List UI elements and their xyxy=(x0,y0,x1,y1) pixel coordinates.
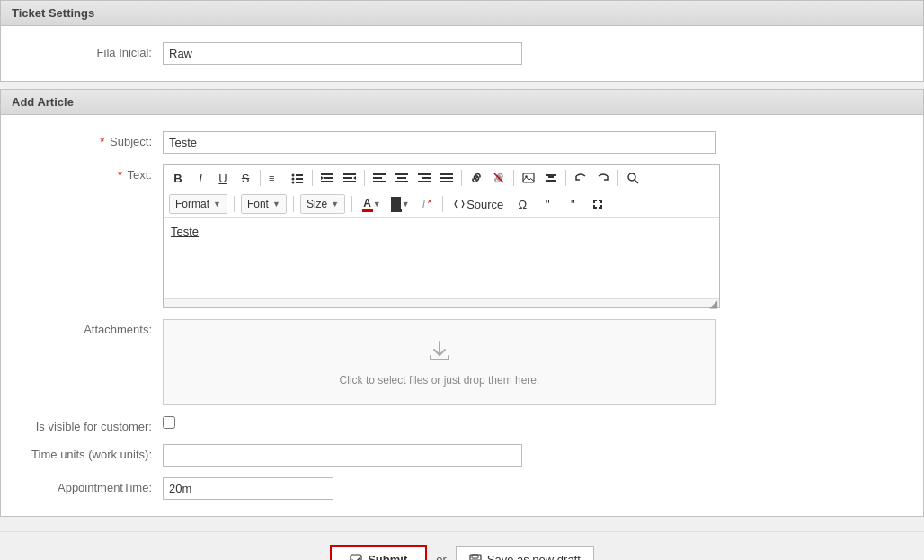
ticket-settings-body: Fila Inicial: xyxy=(0,25,924,82)
visible-checkbox[interactable] xyxy=(163,416,175,429)
unordered-list-button[interactable] xyxy=(287,168,308,188)
editor-body[interactable]: Teste xyxy=(164,218,719,298)
resize-handle-icon[interactable]: ◢ xyxy=(709,298,717,310)
align-left-button[interactable] xyxy=(369,168,390,188)
quote-close-button[interactable]: " xyxy=(562,194,583,214)
clear-format-button[interactable]: T × xyxy=(416,194,436,214)
align-center-button[interactable] xyxy=(391,168,413,188)
subject-row: * Subject: xyxy=(1,126,923,159)
subject-input[interactable] xyxy=(163,131,716,154)
svg-rect-20 xyxy=(395,181,408,182)
sep4 xyxy=(461,170,462,186)
svg-rect-17 xyxy=(373,181,386,182)
source-button[interactable]: Source xyxy=(449,194,508,214)
svg-rect-15 xyxy=(373,173,386,175)
appointment-control xyxy=(163,477,720,500)
svg-line-34 xyxy=(635,180,638,183)
align-justify-button[interactable] xyxy=(436,168,458,188)
svg-point-33 xyxy=(628,173,635,181)
bg-color-button[interactable]: A ▼ xyxy=(387,194,413,214)
text-control: B I U S ≡ xyxy=(163,164,720,308)
visible-label: Is visible for customer: xyxy=(1,416,163,433)
svg-rect-21 xyxy=(418,173,431,175)
subject-required-star: * xyxy=(100,135,104,148)
draft-icon xyxy=(469,554,482,561)
svg-rect-31 xyxy=(546,180,556,182)
save-draft-button[interactable]: Save as new draft xyxy=(456,546,594,560)
svg-rect-9 xyxy=(321,181,333,182)
undo-button[interactable] xyxy=(570,168,591,188)
svg-rect-6 xyxy=(296,182,303,183)
svg-point-5 xyxy=(292,182,295,184)
fila-label: Fila Inicial: xyxy=(1,42,163,59)
attachment-dropzone[interactable]: Click to select files or just drop them … xyxy=(163,319,716,405)
size-dropdown[interactable]: Size ▼ xyxy=(300,194,345,214)
attachments-label: Attachments: xyxy=(1,319,163,336)
strike-button[interactable]: S xyxy=(235,168,256,188)
add-article-section: Add Article * Subject: * Text: xyxy=(0,89,924,524)
svg-rect-18 xyxy=(395,173,408,175)
submit-icon xyxy=(350,554,362,561)
format-dropdown[interactable]: Format ▼ xyxy=(169,194,227,214)
indent-right-button[interactable] xyxy=(339,168,360,188)
subject-control xyxy=(163,131,720,154)
sep9 xyxy=(293,196,294,212)
sep7 xyxy=(617,170,618,186)
svg-marker-10 xyxy=(321,176,324,180)
rich-text-editor: B I U S ≡ xyxy=(163,164,720,308)
ordered-list-button[interactable]: ≡ xyxy=(264,168,286,188)
editor-content: Teste xyxy=(171,225,199,238)
special-chars-button[interactable]: Ω xyxy=(511,194,533,214)
sep11 xyxy=(442,196,443,212)
visible-control xyxy=(163,416,720,429)
footer-bar: Submit or Save as new draft xyxy=(0,531,924,560)
bold-button[interactable]: B xyxy=(167,168,189,188)
indent-left-button[interactable] xyxy=(316,168,338,188)
fila-row: Fila Inicial: xyxy=(1,37,923,70)
appointment-input[interactable] xyxy=(163,477,333,500)
toolbar-row2: Format ▼ Font ▼ Size ▼ xyxy=(164,191,719,218)
unlink-button[interactable] xyxy=(488,168,510,188)
underline-button[interactable]: U xyxy=(212,168,234,188)
add-article-body: * Subject: * Text: B xyxy=(0,114,924,517)
font-color-button[interactable]: A ▼ xyxy=(359,194,384,214)
appointment-label: AppointmentTime: xyxy=(1,477,163,494)
size-arrow-icon: ▼ xyxy=(331,200,339,209)
svg-rect-8 xyxy=(324,177,333,179)
svg-rect-28 xyxy=(523,173,534,182)
font-dropdown[interactable]: Font ▼ xyxy=(241,194,287,214)
svg-rect-30 xyxy=(546,174,556,176)
hr-button[interactable] xyxy=(540,168,562,188)
attachments-row: Attachments: Click to select files or ju… xyxy=(1,314,923,411)
redo-button[interactable] xyxy=(592,168,614,188)
attachments-control: Click to select files or just drop them … xyxy=(163,319,720,405)
ticket-settings-section: Ticket Settings Fila Inicial: xyxy=(0,0,924,89)
add-article-header: Add Article xyxy=(0,89,924,114)
align-right-button[interactable] xyxy=(413,168,435,188)
quote-open-button[interactable]: " xyxy=(537,194,558,214)
subject-label: * Subject: xyxy=(1,131,163,148)
find-button[interactable] xyxy=(622,168,644,188)
expand-button[interactable] xyxy=(587,194,609,214)
svg-rect-26 xyxy=(440,181,453,182)
svg-rect-22 xyxy=(422,177,431,179)
time-units-control xyxy=(163,444,720,467)
format-arrow-icon: ▼ xyxy=(213,200,221,209)
resize-handle-row: ◢ xyxy=(164,298,719,307)
image-button[interactable] xyxy=(518,168,539,188)
svg-rect-24 xyxy=(440,173,453,175)
time-units-label: Time units (work units): xyxy=(1,444,163,461)
link-button[interactable] xyxy=(466,168,487,188)
ticket-settings-header: Ticket Settings xyxy=(0,0,924,25)
svg-text:≡: ≡ xyxy=(269,173,274,183)
fila-input[interactable] xyxy=(163,42,522,65)
sep8 xyxy=(234,196,235,212)
time-units-input[interactable] xyxy=(163,444,522,467)
svg-rect-23 xyxy=(418,181,431,182)
submit-button[interactable]: Submit xyxy=(330,545,427,560)
font-arrow-icon: ▼ xyxy=(272,200,280,209)
page-wrapper: Ticket Settings Fila Inicial: Add Articl… xyxy=(0,0,924,560)
italic-button[interactable]: I xyxy=(190,168,211,188)
bg-color-icon: A xyxy=(391,197,402,212)
toolbar-row1: B I U S ≡ xyxy=(164,165,719,191)
